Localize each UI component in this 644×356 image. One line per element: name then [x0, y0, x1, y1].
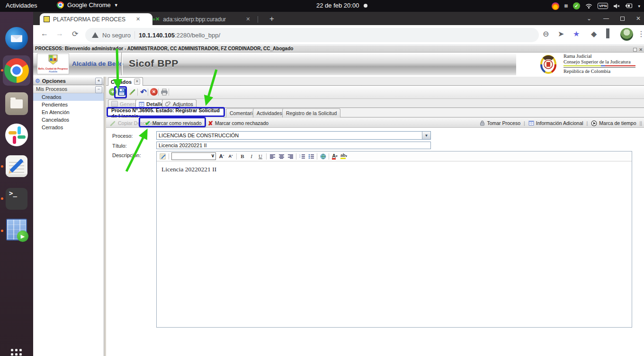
sidebar-item-creados[interactable]: Creados	[33, 93, 104, 101]
gear-icon: ⚙	[35, 78, 40, 84]
browser-tab-1[interactable]: PLATAFORMA DE PROCES ✕	[40, 13, 152, 25]
slack-arm	[13, 136, 16, 144]
clock[interactable]: 22 de feb 20:00	[316, 2, 367, 9]
proceso-label: Proceso:	[112, 133, 133, 139]
terminal-icon[interactable]: >_	[6, 188, 27, 210]
marcar-rechazado-button[interactable]: ✘ Marcar como rechazado	[208, 118, 268, 128]
logo-sub: Alcaldía	[37, 70, 69, 73]
increase-font-button[interactable]: Aˆ	[218, 153, 225, 160]
back-button[interactable]: ←	[41, 29, 48, 38]
save-button[interactable]	[117, 88, 126, 96]
align-right-button[interactable]	[287, 153, 294, 160]
justice-line3: República de Colombia	[564, 67, 635, 74]
titulo-input[interactable]: Licencia 20220221 II	[156, 142, 431, 149]
sidebar-item-pendientes[interactable]: Pendientes	[33, 101, 104, 108]
page-close-icon[interactable]: ✕	[639, 46, 643, 53]
sidebar-title: Opciones	[42, 78, 66, 84]
ordered-list-button[interactable]: 12	[299, 153, 305, 160]
activities-button[interactable]: Actividades	[6, 2, 37, 9]
files-icon[interactable]	[5, 92, 28, 115]
thunderbird-icon[interactable]	[5, 27, 28, 50]
window-minimize-button[interactable]: —	[601, 14, 611, 23]
align-left-button[interactable]	[269, 153, 276, 160]
decrease-font-button[interactable]: Aˇ	[227, 153, 234, 160]
descripcion-content[interactable]: Licencia 20220221 II	[157, 161, 632, 178]
sidebar-item-cancelados[interactable]: Cancelados	[33, 116, 104, 124]
new-tab-button[interactable]: +	[266, 13, 277, 25]
chevron-down-icon: ▾	[346, 154, 348, 158]
insert-image-button[interactable]	[320, 153, 326, 160]
app-menu[interactable]: Google Chrome ▼	[57, 1, 118, 9]
profile-avatar[interactable]	[620, 28, 633, 41]
rechazado-label: Marcar como rechazado	[215, 120, 268, 126]
sidebar-item-en-atencion[interactable]: En Atención	[33, 108, 104, 116]
add-button[interactable]: +	[108, 88, 117, 96]
descripcion-editor: ∨ Aˆ Aˇ B I U 12 A▾ ab▾ Licencia 2022022…	[156, 151, 632, 328]
text-editor-icon[interactable]	[6, 155, 27, 177]
proceso-select[interactable]: LICENCIAS DE CONSTRUCCIÓN ▼	[156, 131, 431, 140]
window-restore-button[interactable]	[617, 14, 627, 23]
system-status-icons[interactable]: ⌗ ✓ VPN ▾	[552, 0, 640, 12]
align-center-button[interactable]	[278, 153, 285, 160]
marcar-revisado-button[interactable]: ✔ Marcar como revisado	[145, 118, 202, 128]
alcaldia-logo: Bello, Ciudad de Progreso Alcaldía	[37, 53, 69, 74]
workspace-tab-close-icon[interactable]: ✕	[134, 79, 140, 85]
workspace-tab-creados[interactable]: Creados ✕	[108, 77, 143, 86]
side-panel-icon[interactable]	[606, 29, 609, 38]
font-family-select[interactable]: ∨	[171, 152, 216, 160]
window-close-button[interactable]: ✕	[634, 14, 643, 23]
highlight-glyph: ab	[340, 153, 346, 159]
underline-button[interactable]: U	[257, 153, 264, 160]
undo-button[interactable]: ↶	[139, 88, 148, 96]
highlight-color-button[interactable]: ab▾	[340, 153, 347, 160]
informacion-adicional-button[interactable]: Información Adicional	[528, 118, 583, 128]
tab-search-caret-icon[interactable]: ⌄	[584, 14, 594, 23]
sidebar-section-mis-procesos[interactable]: Mis Procesos −	[33, 85, 104, 93]
tricolor-bar	[564, 65, 635, 66]
unordered-list-button[interactable]	[308, 153, 314, 160]
print-button[interactable]	[160, 88, 169, 96]
editor-separator	[236, 153, 237, 160]
tab1-close-icon[interactable]: ✕	[136, 16, 140, 22]
slack-icon[interactable]	[5, 124, 28, 146]
folder-glyph	[10, 99, 23, 108]
chrome-dock-icon[interactable]	[4, 58, 29, 83]
source-edit-icon[interactable]	[160, 153, 166, 160]
select-dropdown-button[interactable]: ▼	[422, 132, 430, 139]
globe-glyph	[320, 153, 326, 160]
tab2-close-icon[interactable]: ✕	[246, 16, 250, 22]
browser-menu-icon[interactable]: ⋮	[637, 29, 644, 38]
tab-adjuntos[interactable]: Adjuntos	[162, 99, 197, 108]
marca-de-tiempo-button[interactable]: Marca de tiempo	[591, 118, 636, 128]
font-color-button[interactable]: A▾	[331, 153, 338, 160]
address-bar[interactable]: No seguro 10.1.140.105:2280/bello_bpp/	[85, 28, 539, 42]
tab-proceso-estado[interactable]: Proceso N°.36905. Estado: Registrar Soli…	[107, 108, 224, 117]
delete-button[interactable]: ✕	[150, 88, 158, 96]
not-secure-warning-icon[interactable]	[92, 32, 98, 38]
italic-button[interactable]: I	[248, 153, 255, 160]
sidebar-collapse-button[interactable]: «	[95, 78, 102, 85]
chrome-icon	[57, 1, 64, 9]
sidebar-item-cerrados[interactable]: Cerrados	[33, 124, 104, 131]
zoom-out-icon[interactable]: ⊖	[543, 29, 549, 38]
browser-tab-2[interactable]: »✕ ada:sicoferp:bpp:curadur ✕	[149, 13, 260, 25]
bookmark-star-icon[interactable]: ★	[573, 29, 580, 38]
tab-registro-solicitud[interactable]: Registro de la Solicitud	[282, 108, 340, 117]
reload-button[interactable]: ⟳	[72, 29, 78, 38]
forward-button[interactable]: →	[56, 29, 63, 38]
section-minimize-button[interactable]: −	[95, 86, 102, 93]
edit-button[interactable]	[128, 88, 137, 96]
slack-arm	[18, 135, 26, 139]
show-applications-button[interactable]	[11, 349, 13, 351]
extensions-puzzle-icon[interactable]: ◆	[591, 29, 597, 38]
detail-tab-row: General Detalle Adjuntos	[106, 99, 644, 108]
send-icon[interactable]: ➤	[558, 29, 564, 38]
section-label: Mis Procesos	[36, 86, 67, 92]
tab-actividades[interactable]: Actividades	[253, 108, 286, 117]
page-restore-icon[interactable]	[633, 48, 637, 52]
tomar-proceso-button[interactable]: Tomar Proceso	[480, 118, 520, 128]
justice-line1: Rama Judicial	[564, 53, 635, 59]
play-circle-icon	[591, 120, 597, 126]
slack-arm	[9, 131, 17, 134]
bold-button[interactable]: B	[239, 153, 246, 160]
